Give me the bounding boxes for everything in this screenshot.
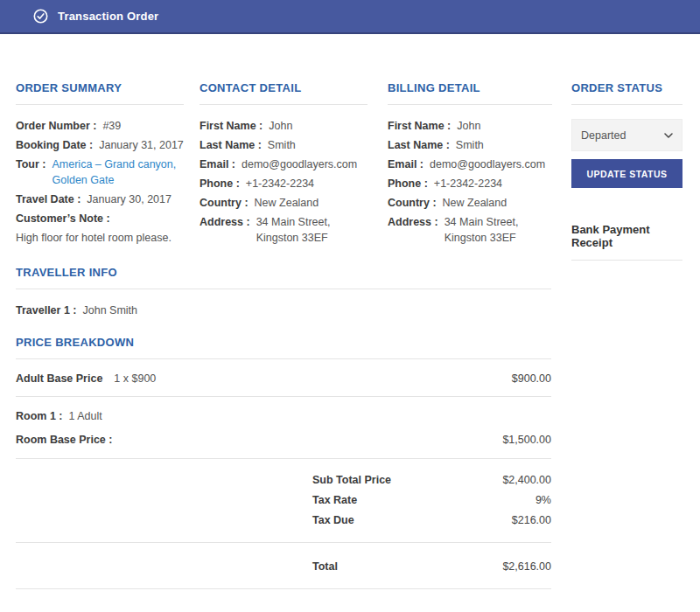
field-value: 1 Adult [68,408,551,424]
grand-total-row: Total $2,616.00 [16,556,551,576]
first-name-field: First Name : John [388,118,552,134]
total-row-label: Tax Due [312,512,354,528]
field-label: First Name : [200,118,262,134]
sub-total-row: Sub Total Price $2,400.00 [16,469,551,490]
field-label: Address : [200,214,250,246]
room-block: Room 1 : 1 Adult Room Base Price : $1,50… [16,397,551,459]
totals-block: Sub Total Price $2,400.00 Tax Rate 9% Ta… [16,459,551,543]
field-value: 34 Main Street, Kingston 33EF [444,214,552,246]
address-field: Address : 34 Main Street, Kingston 33EF [388,214,552,246]
total-row-label: Sub Total Price [312,472,391,488]
field-value: John Smith [83,303,552,318]
field-value: #39 [102,118,184,134]
tax-rate-row: Tax Rate 9% [16,490,551,510]
field-label: Traveller 1 : [16,303,77,318]
order-summary-section: ORDER SUMMARY Order Number : #39 Booking… [16,81,184,261]
field-label: Last Name : [200,137,262,153]
order-status-select[interactable]: Departed [571,119,682,151]
tax-due-row: Tax Due $216.00 [16,510,551,530]
address-field: Address : 34 Main Street, Kingston 33EF [200,214,368,246]
field-label: Email : [200,156,235,172]
billing-detail-heading: BILLING DETAIL [388,81,552,105]
room-base-price-amount: $1,500.00 [502,432,551,448]
order-summary-fields: Order Number : #39 Booking Date : Januar… [16,105,184,246]
last-name-field: Last Name : Smith [388,137,552,153]
country-field: Country : New Zealand [200,195,368,211]
traveller-1-field: Traveller 1 : John Smith [16,303,551,318]
tour-link[interactable]: America – Grand canyon, Golden Gate [52,156,184,188]
grand-total-block: Total $2,616.00 [16,543,551,589]
order-status-panel: ORDER STATUS Departed UPDATE STATUS Bank… [571,81,682,261]
field-value: Smith [268,137,368,153]
contact-detail-heading: CONTACT DETAIL [200,81,368,105]
order-number-field: Order Number : #39 [16,118,184,134]
booking-date-field: Booking Date : January 31, 2017 [16,137,184,153]
top-bar: Transaction Order [0,0,700,34]
main-content: ORDER SUMMARY Order Number : #39 Booking… [0,34,700,589]
check-circle-icon [33,9,48,24]
email-field: Email : demo@goodlayers.com [200,156,368,172]
details-row: ORDER SUMMARY Order Number : #39 Booking… [16,81,682,261]
field-value: New Zealand [443,195,552,211]
phone-field: Phone : +1-2342-2234 [200,176,368,191]
field-label: Order Number : [16,118,96,134]
field-value: Smith [456,137,552,153]
transaction-order-page: Transaction Order ORDER SUMMARY Order Nu… [0,0,700,589]
billing-detail-section: BILLING DETAIL First Name : John Last Na… [388,81,552,261]
price-breakdown-heading: PRICE BREAKDOWN [16,336,551,359]
field-label: Last Name : [388,137,450,153]
chevron-down-icon [664,133,673,138]
contact-detail-section: CONTACT DETAIL First Name : John Last Na… [200,81,368,261]
field-label: Phone : [388,176,428,191]
total-row-label: Tax Rate [312,492,357,508]
traveller-info-section: TRAVELLER INFO Traveller 1 : John Smith [16,266,551,318]
field-label: First Name : [388,118,451,134]
line-item-detail: 1 x $900 [114,371,156,386]
email-field: Email : demo@goodlayers.com [388,156,552,172]
total-row-amount: 9% [536,492,551,508]
field-value: John [457,118,552,134]
customer-note-text: High floor for hotel room please. [16,230,184,246]
phone-field: Phone : +1-2342-2234 [388,176,552,191]
room-base-price-label: Room Base Price : [16,432,112,448]
grand-total-label: Total [312,559,338,574]
traveller-info-heading: TRAVELLER INFO [16,266,551,289]
field-value: demo@goodlayers.com [430,156,552,172]
price-breakdown-section: PRICE BREAKDOWN Adult Base Price 1 x $90… [16,336,551,589]
field-label: Travel Date : [16,191,80,207]
field-label: Country : [388,195,437,211]
contact-detail-fields: First Name : John Last Name : Smith Emai… [200,105,368,246]
field-label: Booking Date : [16,137,93,153]
field-value: 34 Main Street, Kingston 33EF [256,214,368,246]
field-value: demo@goodlayers.com [242,156,368,172]
billing-detail-fields: First Name : John Last Name : Smith Emai… [388,105,552,246]
grand-total-amount: $2,616.00 [502,559,551,574]
field-value: January 30, 2017 [87,191,184,207]
field-value: New Zealand [255,195,368,211]
first-name-field: First Name : John [200,118,368,134]
field-value: John [269,118,368,134]
field-label: Country : [200,195,248,211]
field-label: Tour : [16,156,46,188]
adult-base-price-row: Adult Base Price 1 x $900 $900.00 [16,359,551,397]
bank-payment-receipt-heading: Bank Payment Receipt [571,223,682,261]
page-title: Transaction Order [58,10,158,23]
order-status-heading: ORDER STATUS [571,81,682,105]
customer-note-field: Customer’s Note : [16,211,184,226]
update-status-button[interactable]: UPDATE STATUS [571,159,682,188]
traveller-info-fields: Traveller 1 : John Smith [16,289,551,318]
order-status-selected-value: Departed [581,129,626,142]
field-label: Room 1 : [16,408,62,424]
country-field: Country : New Zealand [388,195,552,211]
last-name-field: Last Name : Smith [200,137,368,153]
total-row-amount: $2,400.00 [502,472,551,488]
room-base-price-row: Room Base Price : $1,500.00 [16,432,551,448]
field-label: Address : [388,214,438,246]
field-value: +1-2342-2234 [434,176,552,191]
field-value: January 31, 2017 [99,137,184,153]
field-label: Phone : [200,176,240,191]
travel-date-field: Travel Date : January 30, 2017 [16,191,184,207]
total-row-amount: $216.00 [512,512,551,528]
line-item-label: Adult Base Price [16,371,102,386]
field-label: Customer’s Note : [16,211,110,226]
